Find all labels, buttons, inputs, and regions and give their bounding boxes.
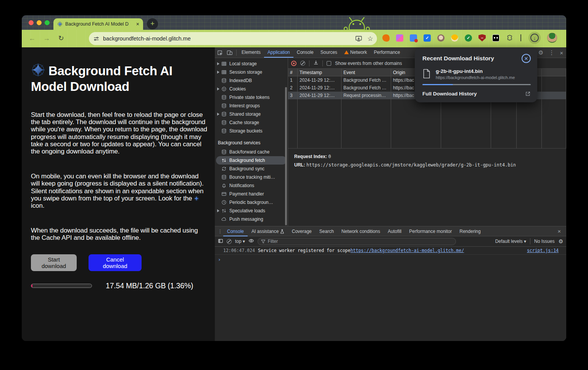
sidebar-item-cache-storage[interactable]: Cache storage — [215, 118, 288, 127]
zoom-window-button[interactable] — [45, 20, 50, 25]
devtools-tab-network[interactable]: Network — [341, 47, 371, 58]
extension-worker-icon[interactable] — [451, 34, 458, 42]
bookmark-star-icon[interactable]: ☆ — [367, 35, 373, 43]
omnibox[interactable]: backgroundfetch-ai-model.glitch.me ☆ — [89, 32, 377, 45]
sidebar-item-storage-buckets[interactable]: Storage buckets — [215, 127, 288, 135]
drawer-tab-console[interactable]: Console — [223, 226, 248, 236]
drawer-tabbar: ⋮ Console AI assistance Coverage Search … — [215, 226, 566, 236]
browser-menu-dots-icon[interactable]: ⋮ — [564, 34, 566, 42]
console-filter[interactable] — [258, 238, 456, 245]
start-download-button[interactable]: Start download — [31, 254, 77, 271]
sidebar-item-background-sync[interactable]: Background sync — [215, 165, 288, 173]
sidebar-scrollbar[interactable] — [285, 87, 287, 225]
tab-strip: Background Fetch AI Model D × + — [22, 15, 566, 30]
full-download-history-link[interactable]: Full Download History — [422, 91, 477, 97]
devtools-menu-dots-icon[interactable]: ⋮ — [549, 49, 554, 56]
clear-console-icon[interactable] — [227, 239, 232, 244]
sidebar-item-bounce-tracking[interactable]: Bounce tracking miti… — [215, 173, 288, 181]
drawer-tab-ai-assistance[interactable]: AI assistance — [248, 226, 288, 236]
col-header-timestamp[interactable]: Timestamp — [298, 69, 342, 76]
drawer-tab-autofill[interactable]: Autofill — [384, 226, 405, 236]
console-filter-input[interactable] — [268, 239, 453, 244]
extension-black-square-icon[interactable] — [492, 34, 499, 42]
minimize-window-button[interactable] — [37, 20, 42, 25]
sidebar-item-notifications[interactable]: Notifications — [215, 181, 288, 190]
cancel-download-button[interactable]: Cancel download — [89, 254, 142, 271]
sidebar-item-payment-handler[interactable]: Payment handler — [215, 190, 288, 198]
devtools-tab-elements[interactable]: Elements — [238, 47, 264, 58]
extensions-puzzle-icon[interactable] — [506, 34, 513, 42]
site-settings-tune-icon[interactable] — [93, 36, 99, 42]
table-row[interactable]: 1 — [288, 76, 298, 84]
devtools-tab-sources[interactable]: Sources — [317, 47, 341, 58]
col-header-event[interactable]: Event — [342, 69, 391, 76]
sidebar-item-back-forward-cache[interactable]: Back/forward cache — [215, 148, 288, 156]
close-window-button[interactable] — [29, 20, 34, 25]
extension-password-key-icon[interactable] — [410, 34, 417, 42]
extension-blocks-icon[interactable] — [396, 34, 403, 42]
sidebar-item-local-storage[interactable]: Local storage — [215, 60, 288, 68]
col-header-num[interactable]: # — [288, 69, 298, 76]
reload-button[interactable]: ↻ — [56, 33, 66, 43]
install-app-icon[interactable] — [355, 36, 362, 42]
external-link-icon[interactable] — [525, 91, 531, 97]
devtools-tab-console[interactable]: Console — [293, 47, 317, 58]
log-source-link[interactable]: script.js:14 — [527, 247, 559, 254]
drawer-tab-rendering[interactable]: Rendering — [456, 226, 484, 236]
download-item[interactable]: g-2b-it-gpu-int4.bin https://backgroundf… — [422, 68, 531, 80]
extension-green-check-icon[interactable] — [465, 34, 472, 42]
profile-avatar[interactable] — [547, 33, 557, 43]
issues-counter[interactable]: No Issues — [534, 239, 554, 244]
url-text[interactable]: backgroundfetch-ai-model.glitch.me — [103, 36, 355, 42]
table-row[interactable]: 2 — [288, 84, 298, 92]
console-settings-gear-icon[interactable]: ⚙ — [558, 238, 563, 244]
default-levels-dropdown[interactable]: Default levels ▾ — [495, 239, 526, 244]
console-sidebar-toggle-icon[interactable] — [218, 238, 223, 245]
sidebar-item-cookies[interactable]: Cookies — [215, 85, 288, 93]
drawer-tab-coverage[interactable]: Coverage — [288, 226, 316, 236]
browser-tab[interactable]: Background Fetch AI Model D × — [53, 18, 143, 30]
sidebar-item-periodic-background-sync[interactable]: Periodic backgroun… — [215, 198, 288, 207]
devtools-close-icon[interactable]: × — [560, 50, 563, 56]
sidebar-item-speculative-loads[interactable]: Speculative loads — [215, 207, 288, 215]
live-expression-eye-icon[interactable] — [248, 238, 254, 244]
drawer-tab-network-conditions[interactable]: Network conditions — [338, 226, 384, 236]
log-scope-link[interactable]: https://backgroundfetch-ai-model.glitch.… — [350, 247, 464, 254]
sidebar-item-private-state-tokens[interactable]: Private state tokens — [215, 93, 288, 102]
devtools-tab-application[interactable]: Application — [264, 47, 293, 58]
drawer-tab-performance-monitor[interactable]: Performance monitor — [405, 226, 456, 236]
sidebar-item-push-messaging[interactable]: Push messaging — [215, 215, 288, 223]
extension-monkey-icon[interactable] — [437, 34, 445, 42]
tab-favicon-sparkle-icon — [57, 21, 63, 27]
downloads-button[interactable]: ↓ — [528, 32, 541, 44]
sidebar-item-interest-groups[interactable]: Interest groups — [215, 102, 288, 110]
devtools-tab-performance[interactable]: Performance — [371, 47, 404, 58]
new-tab-button[interactable]: + — [147, 18, 158, 29]
sidebar-item-background-fetch[interactable]: Background fetch — [216, 156, 287, 165]
save-events-icon[interactable] — [313, 60, 319, 66]
extension-fox-icon[interactable] — [382, 34, 390, 42]
drawer-tab-search[interactable]: Search — [316, 226, 338, 236]
extension-blue-check-icon[interactable] — [424, 34, 431, 42]
console-context-selector[interactable]: top ▾ — [235, 239, 245, 244]
devtools-settings-gear-icon[interactable]: ⚙ — [538, 49, 543, 56]
sidebar-item-indexeddb[interactable]: IndexedDB — [215, 76, 288, 85]
record-events-button[interactable] — [291, 61, 296, 66]
show-events-checkbox-label[interactable]: Show events from other domains — [335, 61, 402, 66]
table-row-selected[interactable]: 3 — [288, 92, 298, 99]
extension-shield-icon[interactable] — [478, 34, 486, 42]
back-button[interactable]: ← — [27, 33, 37, 43]
clear-events-icon[interactable] — [300, 61, 305, 66]
show-events-checkbox[interactable] — [327, 61, 331, 66]
inspect-element-icon[interactable] — [217, 50, 223, 56]
popup-close-icon[interactable]: ✕ — [522, 54, 531, 63]
forward-button[interactable]: → — [42, 33, 52, 43]
drawer-close-icon[interactable]: × — [557, 228, 561, 234]
popup-title: Recent Download History — [422, 55, 494, 62]
sidebar-item-session-storage[interactable]: Session storage — [215, 68, 288, 76]
console-prompt-chevron[interactable]: › — [215, 255, 566, 262]
tab-close-icon[interactable]: × — [136, 21, 139, 27]
device-toolbar-icon[interactable] — [227, 50, 233, 56]
sidebar-item-shared-storage[interactable]: Shared storage — [215, 110, 288, 118]
drawer-menu-dots-icon[interactable]: ⋮ — [218, 229, 222, 234]
